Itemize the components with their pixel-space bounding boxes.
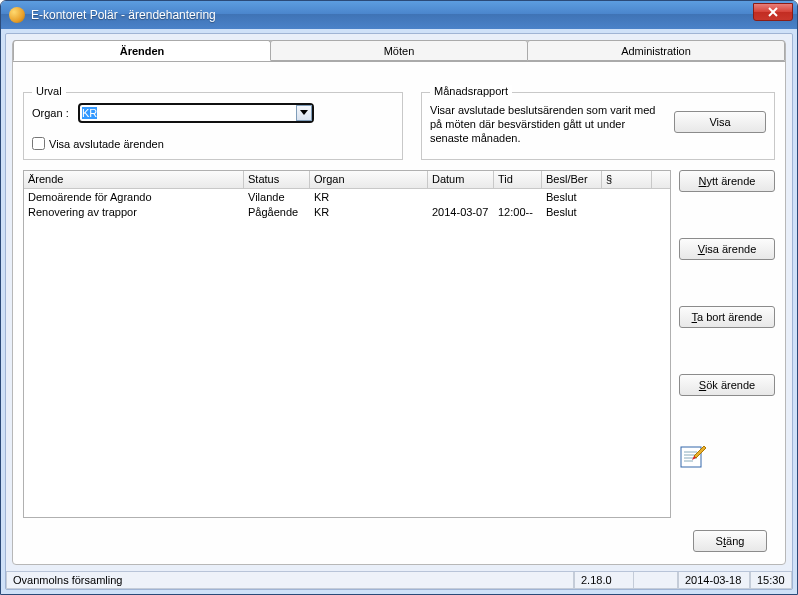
urval-legend: Urval (32, 85, 66, 97)
top-filter-row: Urval Organ : Visa (23, 72, 775, 162)
side-button-panel: Nytt ärende Visa ärende Ta bort ärende S… (679, 170, 775, 518)
manadsrapport-text: Visar avslutade beslutsärenden som varit… (430, 103, 664, 151)
tab-moten[interactable]: Möten (270, 40, 528, 61)
manadsrapport-legend: Månadsrapport (430, 85, 512, 97)
visa-arende-button[interactable]: Visa ärende (679, 238, 775, 260)
visa-avslutade-row: Visa avslutade ärenden (32, 137, 394, 150)
edit-note-icon (680, 442, 706, 468)
cell-status: Pågående (244, 206, 310, 218)
status-time: 15:30 (750, 572, 792, 589)
table-row[interactable]: Renovering av trappor Pågående KR 2014-0… (24, 204, 670, 219)
stang-button[interactable]: Stäng (693, 530, 767, 552)
cell-tid: 12:00-- (494, 206, 542, 218)
table-header: Ärende Status Organ Datum Tid Besl/Ber § (24, 171, 670, 189)
nytt-arende-button[interactable]: Nytt ärende (679, 170, 775, 192)
table-row[interactable]: Demoärende för Agrando Vilande KR Beslut (24, 189, 670, 204)
bottom-bar: Stäng (23, 526, 775, 554)
edit-note-button[interactable] (679, 442, 707, 470)
tab-body: Urval Organ : Visa (13, 62, 785, 564)
urval-group: Urval Organ : Visa (23, 92, 403, 160)
svg-rect-2 (681, 447, 701, 467)
col-arende[interactable]: Ärende (24, 171, 244, 188)
cell-besl-ber: Beslut (542, 191, 602, 203)
status-bar: Ovanmolns församling 2.18.0 2014-03-18 1… (6, 571, 792, 589)
sok-arende-button[interactable]: Sök ärende (679, 374, 775, 396)
tab-label: Möten (384, 45, 415, 57)
chevron-down-icon[interactable] (296, 105, 312, 121)
col-organ[interactable]: Organ (310, 171, 428, 188)
table-body: Demoärende för Agrando Vilande KR Beslut… (24, 189, 670, 517)
status-org: Ovanmolns församling (6, 572, 574, 589)
organ-row: Organ : (32, 103, 394, 123)
tab-label: Ärenden (120, 45, 165, 57)
visa-avslutade-label: Visa avslutade ärenden (49, 138, 164, 150)
status-gap (634, 572, 678, 589)
organ-input[interactable] (78, 103, 314, 123)
tab-strip: Ärenden Möten Administration (13, 40, 785, 62)
arende-table[interactable]: Ärende Status Organ Datum Tid Besl/Ber §… (23, 170, 671, 518)
visa-rapport-button[interactable]: Visa (674, 111, 766, 133)
content-panel: Ärenden Möten Administration Urval Organ… (12, 40, 786, 565)
organ-select[interactable] (78, 103, 314, 123)
col-status[interactable]: Status (244, 171, 310, 188)
ta-bort-arende-button[interactable]: Ta bort ärende (679, 306, 775, 328)
app-icon (9, 7, 25, 23)
window-title: E-kontoret Polär - ärendehantering (31, 8, 753, 22)
col-paragraph[interactable]: § (602, 171, 652, 188)
cell-besl-ber: Beslut (542, 206, 602, 218)
tab-label: Administration (621, 45, 691, 57)
col-tid[interactable]: Tid (494, 171, 542, 188)
cell-organ: KR (310, 191, 428, 203)
client-area: Ärenden Möten Administration Urval Organ… (5, 33, 793, 590)
status-version: 2.18.0 (574, 572, 634, 589)
manadsrapport-group: Månadsrapport Visar avslutade beslutsäre… (421, 92, 775, 160)
col-datum[interactable]: Datum (428, 171, 494, 188)
tab-arenden[interactable]: Ärenden (13, 40, 271, 61)
visa-avslutade-checkbox[interactable] (32, 137, 45, 150)
status-date: 2014-03-18 (678, 572, 750, 589)
close-button[interactable] (753, 3, 793, 21)
cell-datum: 2014-03-07 (428, 206, 494, 218)
organ-label: Organ : (32, 107, 72, 119)
cell-arende: Renovering av trappor (24, 206, 244, 218)
close-icon (768, 7, 778, 17)
titlebar: E-kontoret Polär - ärendehantering (1, 1, 797, 29)
tab-administration[interactable]: Administration (527, 40, 785, 61)
window-frame: E-kontoret Polär - ärendehantering Ärend… (0, 0, 798, 595)
cell-arende: Demoärende för Agrando (24, 191, 244, 203)
button-label: Visa (709, 116, 730, 128)
col-besl-ber[interactable]: Besl/Ber (542, 171, 602, 188)
cell-status: Vilande (244, 191, 310, 203)
mid-row: Ärende Status Organ Datum Tid Besl/Ber §… (23, 170, 775, 518)
cell-organ: KR (310, 206, 428, 218)
